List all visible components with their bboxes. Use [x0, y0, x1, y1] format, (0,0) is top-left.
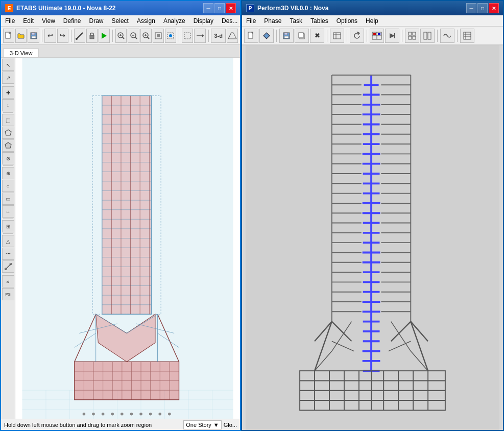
desktop: E ETABS Ultimate 19.0.0 - Nova 8-22 ─ □ …: [0, 0, 504, 431]
tb-new[interactable]: [3, 29, 14, 43]
ltb-select[interactable]: ↗: [2, 71, 14, 84]
tb-rubber-band[interactable]: [182, 29, 193, 43]
ltb-intersect[interactable]: ⊗: [2, 152, 14, 164]
ptb-shape[interactable]: [259, 29, 274, 43]
perform-window-controls: ─ □ ✕: [466, 3, 499, 13]
perform-title-bar: P Perform3D V8.0.0 : Nova ─ □ ✕: [242, 1, 503, 15]
ltb-circle[interactable]: ○: [2, 180, 14, 192]
svg-rect-24: [184, 33, 190, 39]
ptb-wave[interactable]: [440, 29, 454, 43]
etabs-close-button[interactable]: ✕: [226, 3, 236, 13]
ltb-move[interactable]: ↕: [2, 99, 14, 111]
ltb-dimension[interactable]: △: [2, 235, 14, 247]
perform-building-svg: [242, 45, 503, 430]
ltb-rect-select[interactable]: ⬚: [2, 114, 14, 126]
etabs-menu-define[interactable]: Define: [59, 15, 85, 26]
tb-zoom-fit[interactable]: [153, 29, 164, 43]
ltb-ps[interactable]: PS: [2, 288, 14, 300]
ltb-wave[interactable]: 〜: [2, 248, 14, 260]
etabs-tab-3d[interactable]: 3-D View: [3, 49, 39, 58]
ptb-building-view[interactable]: [370, 29, 384, 43]
etabs-glo-label: Glo...: [224, 422, 237, 428]
ltb-grid[interactable]: ⊞: [2, 220, 14, 232]
etabs-tab-bar: 3-D View: [1, 45, 240, 57]
svg-rect-129: [409, 32, 412, 35]
tb-zoom-box[interactable]: [115, 29, 127, 43]
ltb-cut[interactable]: [2, 260, 14, 273]
perform-app-icon: P: [246, 4, 254, 12]
perform-menu-tables[interactable]: Tables: [306, 15, 332, 26]
ptb-grid-a[interactable]: [405, 29, 419, 43]
perform-menu-task[interactable]: Task: [285, 15, 306, 26]
tb-run[interactable]: [99, 29, 110, 43]
ltb-al[interactable]: al: [2, 275, 14, 288]
ptb-grid-b[interactable]: [420, 29, 435, 43]
etabs-menu-display[interactable]: Display: [189, 15, 218, 26]
tb-undo[interactable]: ↩: [44, 29, 56, 43]
svg-rect-132: [413, 36, 416, 39]
svg-marker-127: [390, 33, 395, 38]
ptb-delete[interactable]: ✖: [310, 29, 324, 43]
etabs-menu-des[interactable]: Des...: [218, 15, 242, 26]
tb-redo[interactable]: ↪: [57, 29, 68, 43]
svg-rect-71: [102, 95, 152, 314]
svg-point-104: [102, 413, 105, 416]
perform-title: Perform3D V8.0.0 : Nova: [257, 5, 466, 12]
tb-3d[interactable]: 3-d: [211, 29, 225, 43]
etabs-maximize-button[interactable]: □: [214, 3, 225, 13]
svg-rect-4: [32, 36, 36, 38]
tb-zoom-out[interactable]: [128, 29, 139, 43]
perform-menu-options[interactable]: Options: [332, 15, 362, 26]
etabs-window: E ETABS Ultimate 19.0.0 - Nova 8-22 ─ □ …: [0, 0, 241, 431]
ltb-add[interactable]: ✚: [2, 86, 14, 99]
svg-line-14: [135, 37, 137, 39]
ptb-refresh[interactable]: [350, 29, 364, 43]
etabs-story-value: One Story: [186, 422, 211, 428]
tb-draw[interactable]: [74, 29, 85, 43]
tb-zoom-in[interactable]: [140, 29, 152, 43]
perform-close-button[interactable]: ✕: [489, 3, 499, 13]
ltb-point[interactable]: ⊕: [2, 167, 14, 179]
perform-maximize-button[interactable]: □: [477, 3, 488, 13]
ltb-rect[interactable]: ▭: [2, 193, 14, 205]
etabs-minimize-button[interactable]: ─: [203, 3, 213, 13]
etabs-menu-view[interactable]: View: [38, 15, 59, 26]
perform-menu-file[interactable]: File: [242, 15, 260, 26]
svg-point-6: [76, 38, 78, 40]
etabs-menu-edit[interactable]: Edit: [19, 15, 38, 26]
svg-rect-134: [428, 32, 431, 39]
tb-zoom-sel[interactable]: [165, 29, 176, 43]
ltb-fence-select[interactable]: [2, 139, 14, 152]
ltb-poly-select[interactable]: [2, 127, 14, 139]
svg-rect-133: [424, 32, 427, 39]
perform-view-area: [242, 45, 503, 430]
svg-rect-3: [32, 33, 35, 35]
ptb-table2[interactable]: [460, 29, 474, 43]
tb-lock[interactable]: [86, 29, 98, 43]
etabs-menu-analyze[interactable]: Analyze: [159, 15, 189, 26]
svg-marker-29: [5, 130, 11, 135]
etabs-menu-select[interactable]: Select: [108, 15, 133, 26]
etabs-story-dropdown[interactable]: One Story ▼: [183, 420, 221, 429]
perform-window: P Perform3D V8.0.0 : Nova ─ □ ✕ File Pha…: [241, 0, 504, 431]
tb-save[interactable]: [28, 29, 39, 43]
tb-sep4: [179, 30, 179, 42]
tb-open[interactable]: [15, 29, 27, 43]
ltb-sep1: [3, 85, 13, 85]
ptb-copy[interactable]: [295, 29, 309, 43]
ltb-line[interactable]: ↔: [2, 205, 14, 218]
ptb-table[interactable]: [330, 29, 344, 43]
perform-menu-help[interactable]: Help: [362, 15, 382, 26]
ltb-pointer[interactable]: ↖: [2, 59, 14, 71]
tb-perspective[interactable]: [227, 29, 238, 43]
ltb-sep6: [3, 274, 13, 274]
perform-menu-phase[interactable]: Phase: [260, 15, 285, 26]
etabs-menu-draw[interactable]: Draw: [85, 15, 108, 26]
tb-section-cut[interactable]: [194, 29, 205, 43]
ptb-save[interactable]: [279, 29, 294, 43]
etabs-menu-file[interactable]: File: [1, 15, 19, 26]
ptb-new[interactable]: [244, 29, 258, 43]
etabs-menu-assign[interactable]: Assign: [133, 15, 159, 26]
ptb-next[interactable]: [385, 29, 399, 43]
perform-minimize-button[interactable]: ─: [466, 3, 476, 13]
